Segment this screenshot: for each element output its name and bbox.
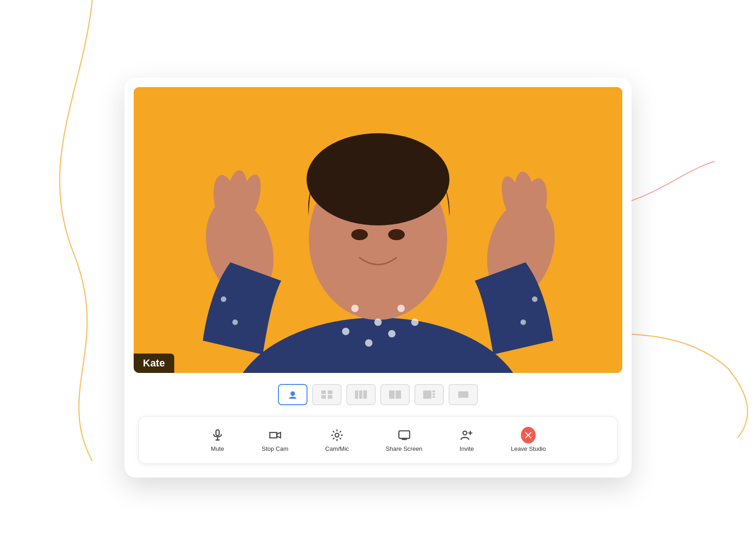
svg-point-16 <box>374 319 382 326</box>
leave-studio-button[interactable]: Leave Studio <box>505 424 551 456</box>
svg-rect-30 <box>328 395 332 399</box>
layout-grid3-button[interactable] <box>346 384 376 405</box>
mute-button[interactable]: Mute <box>205 424 230 456</box>
svg-point-44 <box>335 433 339 437</box>
svg-point-5 <box>351 229 368 240</box>
svg-point-22 <box>221 296 226 302</box>
monitor-icon <box>397 428 412 443</box>
layout-grid2-button[interactable] <box>312 384 342 405</box>
leave-studio-label: Leave Studio <box>511 445 546 452</box>
video-feed <box>134 87 622 373</box>
svg-point-20 <box>388 330 396 337</box>
camera-icon <box>268 428 283 443</box>
svg-rect-40 <box>458 391 468 398</box>
svg-point-21 <box>411 319 419 326</box>
leave-studio-icon <box>521 427 536 443</box>
layout-spotlight-button[interactable] <box>414 384 444 405</box>
layout-minimal-button[interactable] <box>449 384 478 405</box>
svg-rect-39 <box>432 396 435 398</box>
svg-point-48 <box>463 431 467 435</box>
svg-rect-27 <box>321 390 326 394</box>
svg-point-15 <box>351 305 359 312</box>
stop-cam-button[interactable]: Stop Cam <box>256 424 294 456</box>
layout-single-button[interactable] <box>278 384 307 405</box>
share-screen-label: Share Screen <box>386 445 423 452</box>
layout-side-button[interactable] <box>380 384 410 405</box>
svg-point-25 <box>520 319 526 325</box>
cam-mic-label: Cam/Mic <box>325 445 349 452</box>
svg-rect-28 <box>328 390 332 394</box>
controls-bar: Mute Stop Cam Cam/Mic <box>138 416 618 464</box>
svg-rect-45 <box>399 431 409 438</box>
svg-rect-33 <box>363 390 367 399</box>
settings-icon <box>330 428 344 443</box>
invite-button[interactable]: Invite <box>454 424 479 456</box>
invite-icon <box>459 428 474 443</box>
svg-rect-32 <box>359 390 362 399</box>
invite-label: Invite <box>460 445 474 452</box>
svg-rect-41 <box>216 430 219 436</box>
svg-rect-35 <box>396 390 401 399</box>
svg-rect-36 <box>423 390 431 399</box>
participant-name-tag: Kate <box>134 354 174 373</box>
stop-cam-label: Stop Cam <box>262 445 289 452</box>
svg-rect-37 <box>432 390 435 392</box>
svg-rect-31 <box>355 390 358 399</box>
video-area: Kate <box>134 87 622 373</box>
svg-point-17 <box>397 305 405 312</box>
svg-point-18 <box>342 328 349 335</box>
svg-rect-29 <box>321 395 326 399</box>
share-screen-button[interactable]: Share Screen <box>380 424 428 456</box>
svg-rect-38 <box>432 393 435 395</box>
svg-point-23 <box>232 319 238 325</box>
microphone-icon <box>210 428 225 443</box>
cam-mic-button[interactable]: Cam/Mic <box>320 424 354 456</box>
studio-container: Kate <box>124 78 632 478</box>
svg-point-19 <box>365 339 372 347</box>
svg-rect-34 <box>389 390 395 399</box>
mute-label: Mute <box>211 445 224 452</box>
svg-point-6 <box>388 229 405 240</box>
participant-name: Kate <box>143 357 165 369</box>
svg-point-26 <box>290 391 295 396</box>
layout-selector <box>134 380 622 409</box>
svg-point-24 <box>532 296 537 302</box>
